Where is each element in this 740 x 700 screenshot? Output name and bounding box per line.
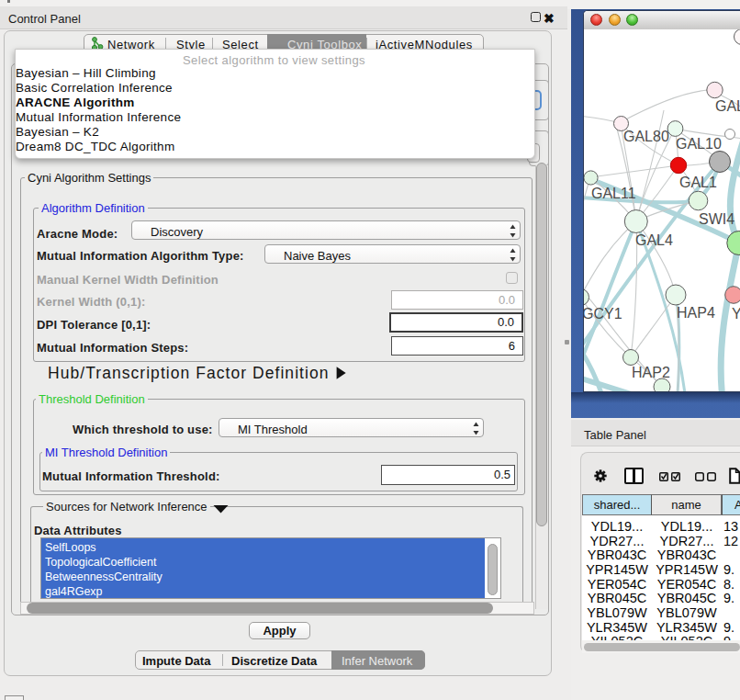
- svg-text:GAL4: GAL4: [635, 232, 673, 248]
- svg-text:GAL80: GAL80: [623, 129, 669, 144]
- svg-text:GAL11: GAL11: [591, 186, 636, 201]
- svg-text:GAL1: GAL1: [679, 175, 717, 190]
- svg-text:GAL: GAL: [715, 98, 740, 114]
- svg-text:HAP4: HAP4: [677, 305, 715, 321]
- svg-text:HAP2: HAP2: [632, 365, 670, 380]
- svg-text:GAL10: GAL10: [676, 136, 722, 152]
- svg-text:SWI4: SWI4: [699, 211, 734, 227]
- svg-text:YP: YP: [732, 306, 740, 322]
- svg-text:GCY1: GCY1: [584, 306, 622, 322]
